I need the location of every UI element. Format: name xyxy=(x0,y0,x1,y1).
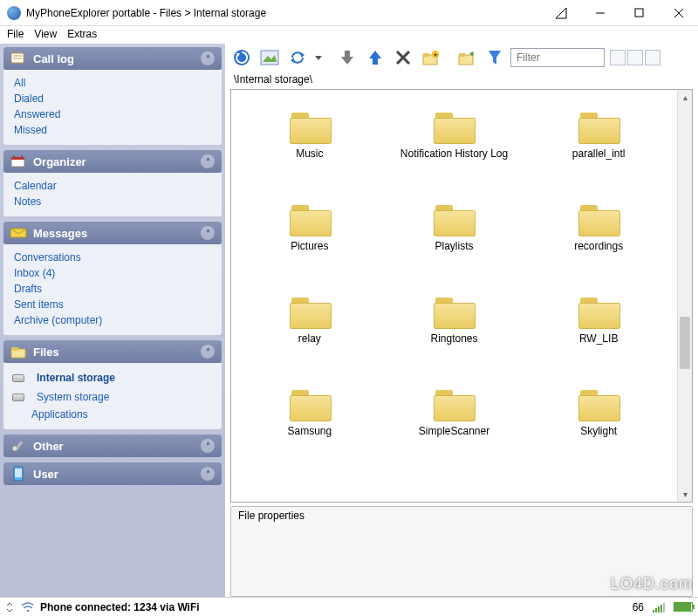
folder-label: parallel_intl xyxy=(572,147,626,160)
panel-head-messages[interactable]: Messages ˄ xyxy=(3,222,222,244)
sidebar: Call log ˄ All Dialed Answered Missed Or… xyxy=(0,44,225,597)
folder-item[interactable]: recordings xyxy=(529,195,668,282)
filter-input[interactable] xyxy=(510,48,605,67)
sidebar-item-internal-storage[interactable]: Internal storage xyxy=(30,370,122,386)
file-properties-title: File properties xyxy=(231,507,692,524)
menu-extras[interactable]: Extras xyxy=(67,28,97,42)
panel-head-organizer[interactable]: Organizer ˄ xyxy=(3,150,222,173)
sidebar-item-answered[interactable]: Answered xyxy=(7,106,218,122)
drive-icon xyxy=(12,374,24,382)
folder-label: Notification History Log xyxy=(400,147,508,160)
sidebar-item-applications[interactable]: Applications xyxy=(7,407,218,422)
organizer-icon xyxy=(9,154,28,169)
maximize-button[interactable] xyxy=(619,0,659,26)
panel-title: Organizer xyxy=(33,155,86,168)
folder-icon xyxy=(432,387,476,421)
expand-icon[interactable] xyxy=(5,602,14,613)
scroll-thumb[interactable] xyxy=(680,317,690,369)
sync-button[interactable] xyxy=(285,45,310,70)
sidebar-item-notes[interactable]: Notes xyxy=(7,194,218,209)
signal-value: 66 xyxy=(633,601,644,613)
file-grid[interactable]: Music Notification History Log parallel_… xyxy=(231,90,677,502)
new-folder-button[interactable]: ★ xyxy=(419,45,443,70)
panel-title: Call log xyxy=(33,52,74,65)
panel-head-files[interactable]: Files ˄ xyxy=(3,340,222,363)
folder-item[interactable]: RW_LIB xyxy=(529,287,668,374)
scroll-up-button[interactable]: ▴ xyxy=(678,90,692,105)
refresh-button[interactable] xyxy=(229,45,254,70)
chevron-up-icon: ˄ xyxy=(201,467,215,481)
view-details-button[interactable] xyxy=(645,50,660,65)
svg-text:★: ★ xyxy=(433,51,438,58)
content: ★ \Internal storage\ Music Notification … xyxy=(225,44,698,597)
folder-label: Skylight xyxy=(580,425,617,437)
sidebar-item-archive[interactable]: Archive (computer) xyxy=(7,312,218,328)
sidebar-item-conversations[interactable]: Conversations xyxy=(7,250,218,265)
folder-label: Pictures xyxy=(291,240,328,252)
delete-button[interactable] xyxy=(391,45,415,70)
folder-item[interactable]: Pictures xyxy=(240,195,380,282)
folder-item[interactable]: Notification History Log xyxy=(385,102,524,189)
titlebar: MyPhoneExplorer portable - Files > Inter… xyxy=(0,0,698,26)
upload-button[interactable] xyxy=(363,45,387,70)
panel-user: User ˄ xyxy=(3,462,222,485)
folder-item[interactable]: Music xyxy=(240,102,380,189)
folder-icon xyxy=(288,109,332,144)
other-icon xyxy=(9,438,28,454)
panel-head-calllog[interactable]: Call log ˄ xyxy=(3,47,222,70)
network-indicator-icon[interactable] xyxy=(541,0,580,26)
chevron-up-icon: ˄ xyxy=(201,345,215,359)
svg-marker-25 xyxy=(341,51,353,65)
panel-head-user[interactable]: User ˄ xyxy=(3,462,222,485)
scroll-down-button[interactable]: ▾ xyxy=(678,487,692,502)
chevron-up-icon: ˄ xyxy=(201,154,215,168)
folder-item[interactable]: Playlists xyxy=(385,195,524,282)
filter-button[interactable] xyxy=(482,45,507,70)
close-button[interactable] xyxy=(659,0,698,26)
folder-label: Ringtones xyxy=(430,332,477,345)
svg-rect-13 xyxy=(11,347,18,351)
folder-item[interactable]: Ringtones xyxy=(385,287,524,374)
sidebar-item-sentitems[interactable]: Sent items xyxy=(7,297,218,312)
sidebar-item-all[interactable]: All xyxy=(7,75,218,91)
folder-item[interactable]: Skylight xyxy=(529,380,668,467)
sidebar-item-dialed[interactable]: Dialed xyxy=(7,91,218,106)
folder-item[interactable]: parallel_intl xyxy=(529,102,668,189)
minimize-button[interactable] xyxy=(580,0,619,26)
sidebar-item-drafts[interactable]: Drafts xyxy=(7,281,218,297)
view-list-button[interactable] xyxy=(627,50,643,65)
panel-files: Files ˄ Internal storage System storage … xyxy=(3,340,222,429)
sidebar-item-system-storage[interactable]: System storage xyxy=(30,389,116,405)
folder-label: Samsung xyxy=(287,425,332,437)
drive-icon xyxy=(12,394,24,401)
folder-label: Playlists xyxy=(435,240,473,252)
view-image-button[interactable] xyxy=(257,45,282,70)
folder-icon xyxy=(577,202,620,236)
folder-icon xyxy=(288,387,332,421)
view-large-icons-button[interactable] xyxy=(610,50,626,65)
folder-item[interactable]: relay xyxy=(240,287,380,374)
sidebar-item-inbox[interactable]: Inbox (4) xyxy=(7,265,218,281)
menu-view[interactable]: View xyxy=(34,28,57,42)
svg-point-9 xyxy=(13,155,15,157)
wifi-icon xyxy=(21,602,33,613)
menu-file[interactable]: File xyxy=(7,28,24,42)
sidebar-item-missed[interactable]: Missed xyxy=(7,122,218,138)
sidebar-item-calendar[interactable]: Calendar xyxy=(7,178,218,194)
download-button[interactable] xyxy=(335,45,359,70)
panel-title: Other xyxy=(33,440,64,453)
statusbar: Phone connected: 1234 via WiFi 66 xyxy=(0,597,698,616)
find-folder-button[interactable] xyxy=(455,45,479,70)
panel-head-other[interactable]: Other ˄ xyxy=(3,435,222,457)
svg-marker-24 xyxy=(315,56,322,60)
breadcrumb[interactable]: \Internal storage\ xyxy=(225,72,698,89)
svg-marker-22 xyxy=(301,52,305,58)
svg-rect-34 xyxy=(459,53,465,57)
folder-item[interactable]: SimpleScanner xyxy=(385,380,524,467)
folder-item[interactable]: Samsung xyxy=(240,380,380,467)
svg-point-36 xyxy=(27,609,30,612)
svg-rect-8 xyxy=(11,157,24,160)
sync-dropdown-button[interactable] xyxy=(313,45,324,70)
folder-icon xyxy=(288,294,332,329)
vertical-scrollbar[interactable]: ▴ ▾ xyxy=(677,90,692,502)
